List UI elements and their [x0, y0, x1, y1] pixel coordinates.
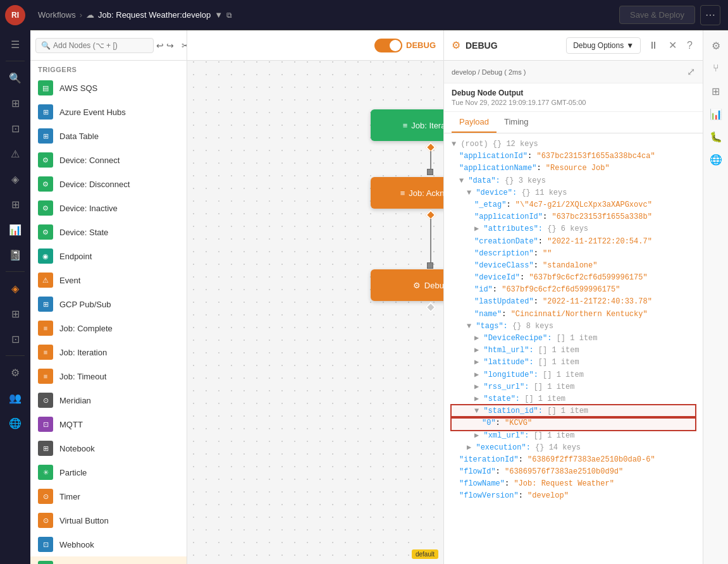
redo-button[interactable]: ↪ [166, 37, 174, 54]
right-chart-icon[interactable]: 📊 [706, 104, 726, 124]
sidebar-item-virtual-button[interactable]: ⊙ Virtual Button [30, 508, 187, 532]
sidebar-item-data-table[interactable]: ⊞ Data Table [30, 124, 187, 148]
json-line-6[interactable]: "applicationId": "637bc23153f1655a338b" [452, 211, 695, 223]
sidebar-item-endpoint[interactable]: ◉ Endpoint [30, 244, 187, 268]
debug-close-button[interactable]: ✕ [666, 39, 679, 51]
right-globe-icon[interactable]: 🌐 [706, 149, 726, 169]
notebook-icon[interactable]: 📓 [4, 243, 27, 266]
chevron-down-icon[interactable]: ▼ [214, 10, 223, 20]
analytics-icon[interactable]: ⊞ [4, 302, 27, 325]
sidebar-item-meridian[interactable]: ⊙ Meridian [30, 388, 187, 412]
json-line-26[interactable]: "iterationId": "63869f2ff7383ae2510b0da0… [452, 454, 695, 466]
search-icon[interactable]: 🔍 [4, 66, 27, 89]
sidebar-item-job-iteration[interactable]: ≡ Job: Iteration [30, 340, 187, 364]
sidebar-item-job-complete[interactable]: ≡ Job: Complete [30, 316, 187, 340]
more-options-button[interactable]: ⋯ [700, 5, 720, 25]
sidebar-item-job-timeout[interactable]: ≡ Job: Timeout [30, 364, 187, 388]
json-line-29[interactable]: "flowVersion": "develop" [452, 490, 695, 502]
json-line-19[interactable]: ▶ "longitude": [] 1 item [452, 369, 695, 381]
search-box[interactable]: 🔍 [35, 38, 154, 53]
debug-title: DEBUG [466, 40, 498, 51]
undo-button[interactable]: ↩ [156, 37, 164, 54]
debug-pause-button[interactable]: ⏸ [646, 40, 661, 51]
json-line-27[interactable]: "flowId": "63869576f7383ae2510b0d9d" [452, 466, 695, 478]
sidebar-item-device-disconnect[interactable]: ⚙ Device: Disconnect [30, 172, 187, 196]
expand-icon[interactable]: ⤢ [687, 66, 695, 78]
sidebar-item-device-state[interactable]: ⚙ Device: State [30, 220, 187, 244]
alerts-icon[interactable]: ⚠ [4, 142, 27, 165]
json-line-18[interactable]: ▶ "latitude": [] 1 item [452, 357, 695, 369]
json-line-25[interactable]: ▶ "execution": {} 14 keys [452, 442, 695, 454]
save-deploy-button[interactable]: Save & Deploy [619, 6, 695, 24]
sidebar-item-notebook[interactable]: ⊞ Notebook [30, 436, 187, 460]
avatar[interactable]: RI [5, 5, 25, 25]
json-line-17[interactable]: ▶ "html_url": [] 1 item [452, 345, 695, 357]
node-job-acknowledge[interactable]: ≡ Job: Acknow... [371, 177, 443, 209]
debug-options-button[interactable]: Debug Options ▼ [566, 37, 641, 54]
json-line-24[interactable]: ▶ "xml_url": [] 1 item [452, 430, 695, 442]
devices-icon[interactable]: ⊡ [4, 117, 27, 140]
json-key-1: "applicationId" [459, 152, 527, 161]
json-colon-11: : [520, 273, 529, 282]
sidebar-item-device-connect[interactable]: ⚙ Device: Connect [30, 148, 187, 172]
right-settings-icon[interactable]: ⚙ [706, 35, 726, 56]
sidebar-item-aws-sqs[interactable]: ▤ AWS SQS [30, 76, 187, 100]
json-line-4[interactable]: ▼ "device": {} 11 keys [452, 187, 695, 199]
integrations-icon[interactable]: ⊡ [4, 328, 27, 350]
sidebar-label-job-complete: Job: Complete [59, 324, 113, 333]
dashboard-icon[interactable]: ⊞ [4, 92, 27, 114]
right-layers-icon[interactable]: ⊞ [706, 81, 726, 101]
tab-payload[interactable]: Payload [452, 112, 497, 133]
json-line-11[interactable]: "deviceId": "637bf9c6cf2cf6d599996175" [452, 272, 695, 284]
json-line-0[interactable]: ▼ (root) {} 12 keys [452, 138, 695, 150]
json-line-23[interactable]: "0": "KCVG" [452, 417, 695, 429]
json-line-16[interactable]: ▶ "DeviceRecipe": [] 1 item [452, 333, 695, 345]
hamburger-menu[interactable]: ☰ [4, 33, 27, 56]
settings-icon[interactable]: ⚙ [4, 361, 27, 384]
sidebar-icon-webhook: ⊡ [38, 537, 53, 552]
json-line-12[interactable]: "id": "637bf9c6cf2cf6d599996175" [452, 284, 695, 296]
right-debug-icon[interactable]: 🐛 [706, 126, 726, 147]
json-line-14[interactable]: "name": "Cincinnati/Northern Kentucky" [452, 309, 695, 321]
sidebar-item-event[interactable]: ⚠ Event [30, 268, 187, 292]
node-debug[interactable]: ⚙ Debug [371, 269, 443, 301]
node-job-iteration[interactable]: ≡ Job: Iteration [371, 109, 443, 141]
copy-icon[interactable]: ⧉ [226, 11, 232, 20]
sidebar-item-azure-event-hubs[interactable]: ⊞ Azure Event Hubs [30, 100, 187, 124]
json-line-8[interactable]: "creationDate": "2022-11-21T22:20:54.7" [452, 236, 695, 248]
json-line-5[interactable]: "_etag": "\"4c7-g2i/2XQLcXpx3aXAPGxovc" [452, 199, 695, 211]
sidebar-item-gcp-pub-sub[interactable]: ⊞ GCP Pub/Sub [30, 292, 187, 316]
triggers-header: TRIGGERS [30, 61, 187, 76]
json-line-10[interactable]: "deviceClass": "standalone" [452, 260, 695, 272]
sidebar-item-webhook[interactable]: ⊡ Webhook [30, 532, 187, 556]
sidebar-item-timer[interactable]: ⊙ Timer [30, 484, 187, 508]
search-input[interactable] [53, 41, 148, 50]
workflows-icon active highlight[interactable]: ◈ [4, 168, 27, 190]
json-line-1[interactable]: "applicationId": "637bc23153f1655a338bc4… [452, 150, 695, 162]
active-workflows-icon[interactable]: ◈ [4, 277, 27, 300]
sidebar-item-particle[interactable]: ✳ Particle [30, 460, 187, 484]
globe-icon[interactable]: 🌐 [4, 412, 27, 434]
data-icon[interactable]: ⊞ [4, 193, 27, 216]
sidebar-item-workflow-error[interactable]: ⚙ Workflow Error [30, 556, 187, 564]
json-line-15[interactable]: ▼ "tags": {} 8 keys [452, 321, 695, 333]
right-branch-icon[interactable]: ⑂ [706, 58, 726, 78]
json-line-2[interactable]: "applicationName": "Resource Job" [452, 162, 695, 175]
json-line-20[interactable]: ▶ "rss_url": [] 1 item [452, 381, 695, 393]
json-line-28[interactable]: "flowName": "Job: Request Weather" [452, 478, 695, 490]
insights-icon[interactable]: 📊 [4, 218, 27, 241]
json-line-3[interactable]: ▼ "data": {} 3 keys [452, 175, 695, 187]
json-line-13[interactable]: "lastUpdated": "2022-11-21T22:40:33.78" [452, 296, 695, 308]
json-line-22[interactable]: ▼ "station_id": [] 1 item [452, 405, 695, 417]
json-line-7[interactable]: ▶ "attributes": {} 6 keys [452, 223, 695, 235]
users-icon[interactable]: 👥 [4, 386, 27, 409]
sidebar-item-mqtt[interactable]: ⊡ MQTT [30, 412, 187, 436]
cut-button[interactable]: ✂ [182, 37, 187, 54]
debug-toggle[interactable] [374, 39, 402, 52]
debug-help-button[interactable]: ? [684, 40, 695, 51]
json-line-9[interactable]: "description": "" [452, 248, 695, 260]
json-line-21[interactable]: ▶ "state": [] 1 item [452, 393, 695, 405]
tab-timing[interactable]: Timing [497, 112, 536, 133]
breadcrumb-workflows[interactable]: Workflows [38, 10, 76, 20]
sidebar-item-device-inactive[interactable]: ⚙ Device: Inactive [30, 196, 187, 220]
